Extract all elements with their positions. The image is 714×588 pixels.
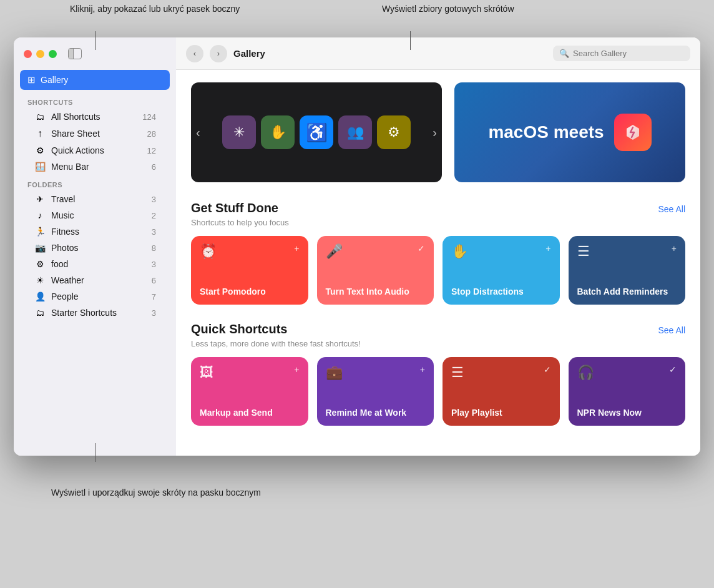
gallery-icon: ⊞ — [27, 74, 36, 86]
card-remind-me-at-work[interactable]: 💼 + Remind Me at Work — [317, 357, 434, 426]
quick-shortcuts-cards: 🖼 + Markup and Send 💼 + Remind Me at Wor… — [191, 357, 685, 426]
main-window: ⊞ Gallery Shortcuts 🗂 All Shortcuts 124 … — [14, 37, 700, 456]
markup-label: Markup and Send — [200, 407, 300, 418]
shortcuts-logo — [614, 114, 652, 151]
search-bar[interactable]: 🔍 — [553, 46, 690, 61]
get-stuff-done-title: Get Stuff Done — [191, 201, 278, 215]
minimize-button[interactable] — [36, 50, 44, 58]
sidebar-item-share-sheet[interactable]: ↑ Share Sheet 28 — [20, 125, 170, 142]
sidebar-item-weather[interactable]: ☀ Weather 6 — [20, 272, 170, 288]
pomodoro-icon: ⏰ — [200, 243, 217, 260]
news-action: ✓ — [669, 365, 677, 375]
sidebar-item-people[interactable]: 👤 People 7 — [20, 288, 170, 305]
audio-icon: 🎤 — [326, 243, 343, 260]
macos-banner-text: macOS meets — [488, 122, 604, 142]
fitness-icon: 🏃 — [34, 227, 46, 237]
sidebar-item-food[interactable]: ⚙ food 3 — [20, 256, 170, 272]
annotation-line-bottom — [95, 443, 95, 462]
audio-action: ✓ — [418, 243, 425, 253]
pomodoro-action: + — [294, 243, 299, 253]
menu-bar-icon: 🪟 — [34, 162, 46, 172]
get-stuff-done-see-all[interactable]: See All — [658, 204, 685, 214]
search-input[interactable] — [573, 49, 673, 58]
main-content: ‹ ✳ ✋ ♿ 👥 ⚙ › macOS meets — [176, 70, 700, 456]
card-stop-distractions[interactable]: ✋ + Stop Distractions — [443, 236, 560, 305]
sidebar: ⊞ Gallery Shortcuts 🗂 All Shortcuts 124 … — [14, 37, 176, 456]
forward-button[interactable]: › — [210, 45, 227, 62]
pomodoro-label: Start Pomodoro — [200, 286, 300, 297]
reminders-action: + — [672, 243, 677, 253]
markup-action: + — [294, 365, 299, 375]
markup-icon: 🖼 — [200, 365, 213, 381]
sidebar-titlebar — [14, 37, 176, 70]
quick-shortcuts-see-all[interactable]: See All — [658, 325, 685, 335]
news-icon: 🎧 — [577, 365, 594, 381]
macos-banner[interactable]: macOS meets — [454, 82, 685, 182]
food-icon: ⚙ — [34, 259, 46, 269]
gallery-banner-row: ‹ ✳ ✋ ♿ 👥 ⚙ › macOS meets — [191, 82, 685, 182]
accessibility-icon-people: 👥 — [338, 115, 372, 149]
prev-arrow-icon[interactable]: ‹ — [196, 125, 200, 140]
quick-shortcuts-header: Quick Shortcuts See All — [191, 322, 685, 336]
music-icon: ♪ — [34, 210, 46, 220]
card-batch-add-reminders[interactable]: ☰ + Batch Add Reminders — [569, 236, 686, 305]
annotation-top-right: Wyświetl zbiory gotowych skrótów — [382, 3, 514, 16]
photos-icon: 📷 — [34, 243, 46, 253]
annotation-line-1 — [95, 31, 96, 50]
sidebar-toggle-button[interactable] — [68, 48, 82, 59]
main-panel: ‹ › Gallery 🔍 ‹ ✳ ✋ ♿ 👥 — [176, 37, 700, 456]
weather-icon: ☀ — [34, 275, 46, 285]
sidebar-item-quick-actions[interactable]: ⚙ Quick Actions 12 — [20, 142, 170, 159]
card-turn-text-into-audio[interactable]: 🎤 ✓ Turn Text Into Audio — [317, 236, 434, 305]
get-stuff-done-cards: ⏰ + Start Pomodoro 🎤 ✓ Turn Text Into Au… — [191, 236, 685, 305]
sidebar-item-fitness[interactable]: 🏃 Fitness 3 — [20, 223, 170, 240]
playlist-icon: ☰ — [451, 365, 464, 381]
annotation-line-2 — [410, 31, 411, 50]
search-icon: 🔍 — [559, 49, 569, 58]
sidebar-item-menu-bar[interactable]: 🪟 Menu Bar 6 — [20, 159, 170, 175]
reminders-label: Batch Add Reminders — [577, 286, 677, 297]
sidebar-item-all-shortcuts[interactable]: 🗂 All Shortcuts 124 — [20, 109, 170, 125]
back-button[interactable]: ‹ — [186, 45, 203, 62]
card-start-pomodoro[interactable]: ⏰ + Start Pomodoro — [191, 236, 308, 305]
card-npr-news-now[interactable]: 🎧 ✓ NPR News Now — [569, 357, 686, 426]
reminders-icon: ☰ — [577, 243, 590, 260]
traffic-lights — [24, 50, 57, 58]
stop-action: + — [545, 243, 550, 253]
playlist-label: Play Playlist — [451, 407, 551, 418]
share-sheet-icon: ↑ — [34, 128, 46, 139]
accessibility-icon-wheelchair: ♿ — [300, 115, 333, 149]
sidebar-item-photos[interactable]: 📷 Photos 8 — [20, 240, 170, 256]
card-markup-and-send[interactable]: 🖼 + Markup and Send — [191, 357, 308, 426]
stop-icon: ✋ — [451, 243, 468, 260]
sidebar-item-gallery[interactable]: ⊞ Gallery — [20, 70, 170, 90]
quick-actions-icon: ⚙ — [34, 145, 46, 155]
people-icon: 👤 — [34, 292, 46, 301]
annotation-bottom: Wyświetl i uporządkuj swoje skróty na pa… — [51, 487, 261, 499]
annotation-top-left: Kliknij, aby pokazać lub ukryć pasek boc… — [70, 3, 240, 16]
quick-shortcuts-subtitle: Less taps, more done with these fast sho… — [191, 339, 685, 348]
travel-icon: ✈ — [34, 194, 46, 204]
sidebar-item-starter-shortcuts[interactable]: 🗂 Starter Shortcuts 3 — [20, 305, 170, 321]
work-action: + — [420, 365, 425, 375]
card-play-playlist[interactable]: ☰ ✓ Play Playlist — [443, 357, 560, 426]
accessibility-icon-hand: ✋ — [261, 115, 295, 149]
quick-shortcuts-title: Quick Shortcuts — [191, 322, 287, 336]
audio-label: Turn Text Into Audio — [326, 286, 426, 297]
next-arrow-icon[interactable]: › — [433, 125, 437, 140]
news-label: NPR News Now — [577, 407, 677, 418]
starter-shortcuts-icon: 🗂 — [34, 308, 46, 318]
get-stuff-done-subtitle: Shortcuts to help you focus — [191, 218, 685, 227]
folders-section-label: Folders — [14, 175, 176, 191]
sidebar-item-travel[interactable]: ✈ Travel 3 — [20, 191, 170, 207]
stop-label: Stop Distractions — [451, 286, 551, 297]
main-titlebar: ‹ › Gallery 🔍 — [176, 37, 700, 70]
close-button[interactable] — [24, 50, 32, 58]
sidebar-item-music[interactable]: ♪ Music 2 — [20, 207, 170, 223]
work-icon: 💼 — [326, 365, 343, 381]
accessibility-banner[interactable]: ‹ ✳ ✋ ♿ 👥 ⚙ › — [191, 82, 442, 182]
playlist-action: ✓ — [544, 365, 551, 375]
get-stuff-done-header: Get Stuff Done See All — [191, 201, 685, 215]
accessibility-icon-star: ✳ — [222, 115, 256, 149]
fullscreen-button[interactable] — [49, 50, 57, 58]
